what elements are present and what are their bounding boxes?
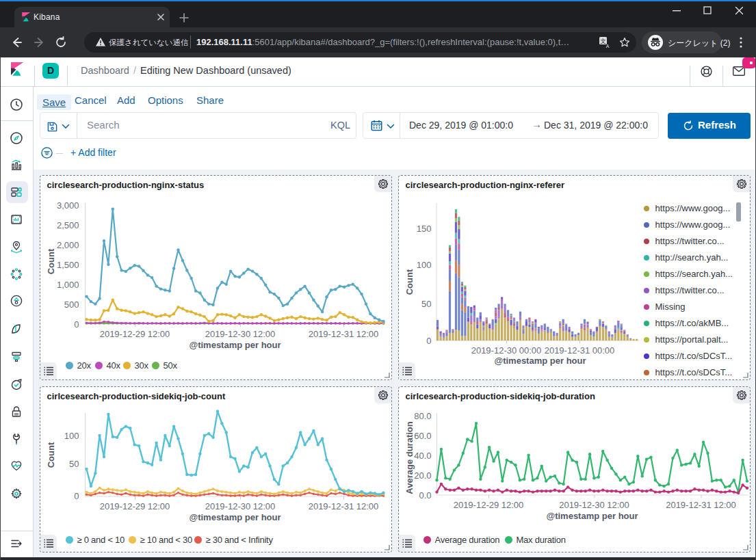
svg-text:A: A	[606, 44, 610, 49]
